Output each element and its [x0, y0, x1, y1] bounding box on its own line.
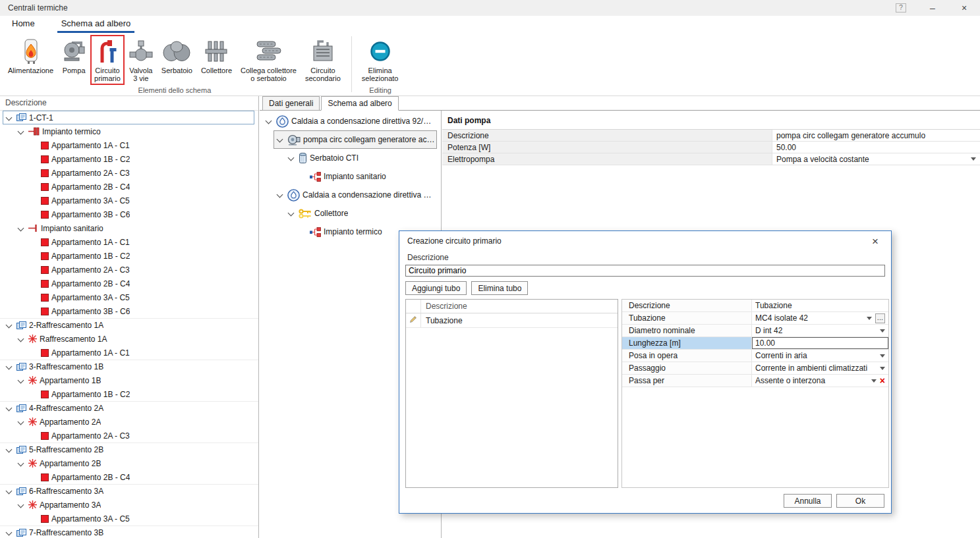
- property-value[interactable]: 50.00: [772, 142, 980, 153]
- tree-item[interactable]: Appartamento 2A: [0, 415, 258, 429]
- tree-item[interactable]: Caldaia a condensazione direttiva 92/42/…: [260, 112, 441, 130]
- tree-item[interactable]: Appartamento 2A - C3: [0, 166, 258, 180]
- tree-item[interactable]: Appartamento 2B - C4: [0, 277, 258, 290]
- chevron-down-icon[interactable]: [5, 321, 14, 330]
- property-label[interactable]: Potenza [W]: [442, 142, 772, 153]
- tree-item[interactable]: pompa circ collegam generatore accumulo: [260, 130, 441, 149]
- property-value[interactable]: Assente o interzona×: [752, 375, 888, 387]
- tree-item[interactable]: Appartamento 3A - C5: [0, 290, 258, 304]
- tree-item[interactable]: Appartamento 3B - C6: [0, 207, 258, 221]
- chevron-down-icon[interactable]: [16, 224, 26, 233]
- chevron-down-icon[interactable]: [5, 445, 14, 454]
- tree-item[interactable]: Appartamento 2A - C3: [0, 263, 258, 277]
- tree-item[interactable]: 1-CT-1: [0, 111, 258, 124]
- chevron-down-icon[interactable]: [264, 117, 274, 126]
- property-label[interactable]: Tubazione: [622, 312, 752, 324]
- chevron-down-icon[interactable]: [16, 500, 26, 510]
- tree-item[interactable]: Appartamento 2B - C4: [0, 470, 258, 484]
- tab-schema-ad-albero[interactable]: Schema ad albero: [57, 16, 135, 33]
- dropdown-arrow-icon[interactable]: [880, 329, 885, 333]
- elimina-selezionato-button[interactable]: Elimina selezionato: [358, 35, 403, 85]
- serbatoio-button[interactable]: Serbatoio: [158, 35, 196, 85]
- valvola-3-vie-button[interactable]: Valvola 3 vie: [125, 35, 157, 85]
- property-value[interactable]: 10.00: [752, 337, 888, 349]
- dropdown-arrow-icon[interactable]: [867, 317, 872, 320]
- browse-ellipsis-button[interactable]: ...: [875, 313, 885, 323]
- dropdown-arrow-icon[interactable]: [880, 367, 885, 370]
- tree-item[interactable]: Impianto termico: [0, 124, 258, 138]
- tree-item[interactable]: Appartamento 3A: [0, 498, 258, 512]
- help-button[interactable]: ?: [885, 0, 917, 16]
- chevron-down-icon[interactable]: [16, 417, 26, 427]
- tube-list-item[interactable]: Tubazione: [406, 313, 618, 328]
- property-value[interactable]: MC4 isolate 42...: [752, 312, 888, 324]
- tree-item[interactable]: Raffrescamento 1A: [0, 332, 258, 346]
- collettore-button[interactable]: Collettore: [197, 35, 236, 85]
- chevron-down-icon[interactable]: [16, 459, 26, 468]
- tab-home[interactable]: Home: [8, 16, 39, 33]
- dropdown-arrow-icon[interactable]: [971, 157, 976, 161]
- tree-item[interactable]: Appartamento 2A - C3: [0, 429, 258, 443]
- tree-item[interactable]: Serbatoio CTI: [260, 149, 441, 167]
- tree-item[interactable]: 7-Raffrescamento 3B: [0, 525, 258, 538]
- tree-item[interactable]: Collettore: [260, 204, 441, 223]
- pompa-button[interactable]: Pompa: [58, 35, 90, 85]
- tree-item[interactable]: Appartamento 1B - C2: [0, 152, 258, 166]
- property-label[interactable]: Posa in opera: [622, 350, 752, 362]
- tree-item[interactable]: Appartamento 2B: [0, 456, 258, 470]
- property-value[interactable]: Tubazione: [752, 300, 888, 311]
- property-value[interactable]: Corrente in ambienti climatizzati: [752, 362, 888, 374]
- tree-item[interactable]: Appartamento 3A - C5: [0, 512, 258, 525]
- tree-item[interactable]: Appartamento 2B - C4: [0, 180, 258, 194]
- tree-item[interactable]: Appartamento 3B - C6: [0, 304, 258, 318]
- annulla-button[interactable]: Annulla: [784, 494, 832, 508]
- property-value[interactable]: Correnti in aria: [752, 350, 888, 362]
- dropdown-arrow-icon[interactable]: [871, 379, 877, 383]
- chevron-down-icon[interactable]: [5, 404, 14, 413]
- circuito-primario-button[interactable]: Circuito primario: [90, 35, 125, 85]
- tree-item[interactable]: Appartamento 1B: [0, 373, 258, 387]
- property-value[interactable]: D int 42: [752, 325, 888, 336]
- chevron-down-icon[interactable]: [16, 376, 26, 385]
- property-label[interactable]: Descrizione: [442, 130, 772, 141]
- tree-item[interactable]: 4-Raffrescamento 2A: [0, 401, 258, 415]
- chevron-down-icon[interactable]: [5, 487, 14, 496]
- tree-item[interactable]: 2-Raffrescamento 1A: [0, 318, 258, 332]
- tree-item[interactable]: Appartamento 1A - C1: [0, 346, 258, 360]
- property-value[interactable]: Pompa a velocità costante: [772, 153, 980, 165]
- property-label[interactable]: Diametro nominale: [622, 325, 752, 336]
- property-label[interactable]: Lunghezza [m]: [622, 337, 752, 349]
- tree-item[interactable]: Impianto sanitario: [260, 167, 441, 186]
- tree-item[interactable]: 5-Raffrescamento 2B: [0, 443, 258, 456]
- property-value[interactable]: pompa circ collegam generatore accumulo: [772, 130, 980, 141]
- chevron-down-icon[interactable]: [287, 153, 296, 163]
- chevron-down-icon[interactable]: [287, 209, 296, 218]
- collega-collettore-o-serbatoio-button[interactable]: Collega collettore o serbatoio: [237, 35, 301, 85]
- tab-dati-generali[interactable]: Dati generali: [262, 96, 320, 111]
- clear-value-icon[interactable]: ×: [880, 376, 885, 385]
- elimina-tubo-button[interactable]: Elimina tubo: [471, 281, 528, 295]
- tree-item[interactable]: Appartamento 1A - C1: [0, 235, 258, 249]
- property-label[interactable]: Descrizione: [622, 300, 752, 311]
- chevron-down-icon[interactable]: [5, 362, 14, 371]
- close-button[interactable]: ×: [948, 0, 980, 16]
- chevron-down-icon[interactable]: [16, 335, 26, 344]
- dialog-close-button[interactable]: ×: [867, 236, 883, 247]
- tree-item[interactable]: Appartamento 3A - C5: [0, 194, 258, 207]
- property-label[interactable]: Passa per: [622, 375, 752, 387]
- chevron-down-icon[interactable]: [16, 127, 26, 136]
- chevron-down-icon[interactable]: [275, 135, 285, 144]
- tree-item[interactable]: Impianto sanitario: [0, 221, 258, 235]
- minimize-button[interactable]: –: [917, 0, 948, 16]
- tree-item[interactable]: Caldaia a condensazione direttiva 92/42.…: [260, 186, 441, 204]
- property-label[interactable]: Passaggio: [622, 362, 752, 374]
- tree-item[interactable]: 3-Raffrescamento 1B: [0, 360, 258, 373]
- circuito-secondario-button[interactable]: Circuito secondario: [301, 35, 345, 85]
- chevron-down-icon[interactable]: [275, 190, 285, 200]
- tree-item[interactable]: Appartamento 1B - C2: [0, 387, 258, 401]
- tree-item[interactable]: Appartamento 1B - C2: [0, 249, 258, 263]
- tab-schema-ad-albero-document[interactable]: Schema ad albero: [321, 96, 398, 111]
- tree-item[interactable]: Appartamento 1A - C1: [0, 138, 258, 152]
- descrizione-input[interactable]: [405, 265, 885, 277]
- chevron-down-icon[interactable]: [5, 113, 14, 122]
